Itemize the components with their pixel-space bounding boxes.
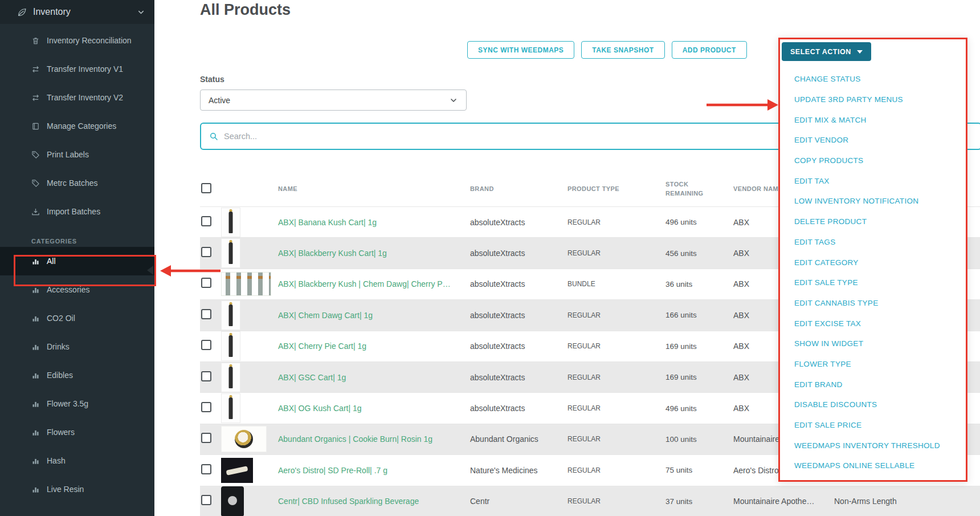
sidebar-header-inventory[interactable]: Inventory <box>0 0 154 24</box>
sidebar-item-transfer-inventory-v2[interactable]: Transfer Inventory V2 <box>0 83 154 112</box>
product-thumbnail <box>221 272 271 296</box>
category-chart-icon <box>31 457 40 465</box>
product-type-cell: REGULAR <box>567 497 665 505</box>
brand-cell: Centr <box>470 497 567 506</box>
action-menu-item-label: EDIT MIX & MATCH <box>794 116 867 124</box>
row-checkbox[interactable] <box>201 247 211 257</box>
caret-down-icon <box>857 50 863 54</box>
product-type-cell: REGULAR <box>567 373 665 381</box>
row-checkbox[interactable] <box>201 309 211 319</box>
sidebar-item-import-batches[interactable]: Import Batches <box>0 197 154 226</box>
category-item-flowers[interactable]: Flowers <box>0 418 154 446</box>
menu-item-update-3rd-party-menus[interactable]: UPDATE 3RD PARTY MENUS <box>780 90 966 110</box>
sidebar-item-icon <box>31 94 40 102</box>
menu-item-change-status[interactable]: CHANGE STATUS <box>780 69 966 90</box>
category-item-hash[interactable]: Hash <box>0 446 154 475</box>
menu-item-disable-discounts[interactable]: DISABLE DISCOUNTS <box>780 395 966 415</box>
product-type-cell: BUNDLE <box>567 280 665 288</box>
product-name-link[interactable]: Centr| CBD Infused Sparkling Beverage <box>278 497 470 506</box>
table-row: Centr| CBD Infused Sparkling Beverage Ce… <box>200 486 980 516</box>
product-name-link[interactable]: Aero's Distro| SD Pre-Roll| .7 g <box>278 466 470 475</box>
row-checkbox[interactable] <box>201 278 211 288</box>
category-label: Flowers <box>47 428 75 437</box>
menu-item-edit-brand[interactable]: EDIT BRAND <box>780 374 966 395</box>
product-name-link[interactable]: ABX| Blackberry Kush Cart| 1g <box>278 249 470 258</box>
select-action-button[interactable]: SELECT ACTION <box>782 42 871 61</box>
category-item-co2-oil[interactable]: CO2 Oil <box>0 304 154 332</box>
menu-item-edit-vendor[interactable]: EDIT VENDOR <box>780 130 966 151</box>
product-type-cell: REGULAR <box>567 435 665 443</box>
category-item-all[interactable]: All <box>0 247 154 275</box>
category-label: Live Resin <box>47 485 84 494</box>
status-select[interactable]: Active <box>200 90 467 111</box>
menu-item-delete-product[interactable]: DELETE PRODUCT <box>780 212 966 232</box>
action-menu-item-label: WEEDMAPS ONLINE SELLABLE <box>794 461 914 470</box>
action-menu-item-label: EDIT CANNABIS TYPE <box>794 299 878 307</box>
row-checkbox[interactable] <box>201 464 211 474</box>
category-chart-icon <box>31 428 40 437</box>
product-name-link[interactable]: ABX| GSC Cart| 1g <box>278 373 470 382</box>
product-name-link[interactable]: ABX| Blackberry Kush | Chem Dawg| Cherry… <box>278 279 470 289</box>
row-checkbox[interactable] <box>201 371 211 381</box>
sidebar-item-metrc-batches[interactable]: Metrc Batches <box>0 169 154 197</box>
brand-cell: absoluteXtracts <box>470 404 567 413</box>
menu-item-low-inventory-notification[interactable]: LOW INVENTORY NOTIFICATION <box>780 191 966 212</box>
sidebar-item-manage-categories[interactable]: Manage Categories <box>0 112 154 140</box>
menu-item-edit-sale-type[interactable]: EDIT SALE TYPE <box>780 273 966 293</box>
menu-item-edit-tags[interactable]: EDIT TAGS <box>780 232 966 253</box>
select-all-checkbox[interactable] <box>201 183 211 193</box>
row-checkbox[interactable] <box>201 495 211 505</box>
menu-item-edit-cannabis-type[interactable]: EDIT CANNABIS TYPE <box>780 293 966 314</box>
toolbar-button-label: SYNC WITH WEEDMAPS <box>478 46 564 54</box>
column-header-name: NAME <box>278 185 470 192</box>
row-checkbox[interactable] <box>201 433 211 443</box>
sidebar-item-inventory-reconciliation[interactable]: Inventory Reconciliation <box>0 26 154 55</box>
sidebar-item-transfer-inventory-v1[interactable]: Transfer Inventory V1 <box>0 55 154 83</box>
menu-item-show-in-widget[interactable]: SHOW IN WIDGET <box>780 334 966 354</box>
category-item-live-resin[interactable]: Live Resin <box>0 475 154 503</box>
brand-cell: Nature's Medicines <box>470 466 567 475</box>
menu-item-weedmaps-inventory-threshold[interactable]: WEEDMAPS INVENTORY THRESHOLD <box>780 435 966 456</box>
sidebar-item-label: Import Batches <box>47 207 100 216</box>
add-product-button[interactable]: ADD PRODUCT <box>672 41 747 59</box>
inventory-all-products-page: { "colors": { "accent_teal": "#2ab1c5", … <box>0 0 980 516</box>
product-name-link[interactable]: ABX| Cherry Pie Cart| 1g <box>278 342 470 351</box>
category-label: Hash <box>47 456 66 465</box>
category-item-flower-3-5g[interactable]: Flower 3.5g <box>0 389 154 418</box>
product-name-link[interactable]: ABX| Chem Dawg Cart| 1g <box>278 311 470 320</box>
menu-item-copy-products[interactable]: COPY PRODUCTS <box>780 151 966 171</box>
category-item-accessories[interactable]: Accessories <box>0 275 154 304</box>
menu-item-edit-excise-tax[interactable]: EDIT EXCISE TAX <box>780 313 966 334</box>
product-type-cell: REGULAR <box>567 342 665 350</box>
action-menu-item-label: COPY PRODUCTS <box>794 156 863 165</box>
take-snapshot-button[interactable]: TAKE SNAPSHOT <box>581 41 664 59</box>
menu-item-edit-tax[interactable]: EDIT TAX <box>780 170 966 191</box>
product-thumbnail <box>221 363 240 392</box>
action-menu: CHANGE STATUS UPDATE 3RD PARTY MENUS EDI… <box>780 69 966 476</box>
product-name-link[interactable]: Abundant Organics | Cookie Burn| Rosin 1… <box>278 434 470 444</box>
menu-item-edit-sale-price[interactable]: EDIT SALE PRICE <box>780 415 966 436</box>
menu-item-edit-mix-match[interactable]: EDIT MIX & MATCH <box>780 109 966 130</box>
action-menu-item-label: EDIT SALE PRICE <box>794 421 861 429</box>
sidebar-item-print-labels[interactable]: Print Labels <box>0 140 154 169</box>
category-label: Flower 3.5g <box>47 399 88 408</box>
category-item-drinks[interactable]: Drinks <box>0 332 154 361</box>
product-name-link[interactable]: ABX| Banana Kush Cart| 1g <box>278 218 470 227</box>
category-chart-icon <box>31 371 40 380</box>
select-action-button-label: SELECT ACTION <box>790 48 851 56</box>
menu-item-weedmaps-online-sellable[interactable]: WEEDMAPS ONLINE SELLABLE <box>780 456 966 476</box>
product-name-link[interactable]: ABX| OG Kush Cart| 1g <box>278 404 470 413</box>
category-item-edibles[interactable]: Edibles <box>0 361 154 389</box>
menu-item-flower-type[interactable]: FLOWER TYPE <box>780 354 966 375</box>
row-checkbox[interactable] <box>201 340 211 350</box>
chevron-down-icon <box>137 8 145 17</box>
row-checkbox[interactable] <box>201 402 211 412</box>
brand-cell: absoluteXtracts <box>470 218 567 227</box>
action-menu-item-label: EDIT SALE TYPE <box>794 278 858 287</box>
menu-item-edit-category[interactable]: EDIT CATEGORY <box>780 252 966 273</box>
stock-cell: 36 units <box>665 280 733 289</box>
sync-with-weedmaps-button[interactable]: SYNC WITH WEEDMAPS <box>467 41 574 59</box>
brand-cell: Abundant Organics <box>470 434 567 444</box>
row-checkbox[interactable] <box>201 216 211 226</box>
sidebar-item-icon <box>31 122 40 131</box>
